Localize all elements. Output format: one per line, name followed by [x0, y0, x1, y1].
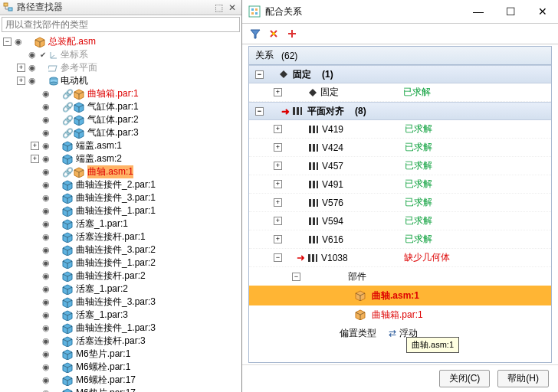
- relation-group-header[interactable]: − 固定 (1): [249, 65, 551, 83]
- tree-row[interactable]: ◉M6螺栓.par:17: [3, 374, 238, 387]
- toggle-icon[interactable]: +: [274, 125, 282, 133]
- toggle-icon[interactable]: −: [255, 107, 264, 116]
- tree-row[interactable]: +◉端盖.asm:2: [3, 152, 238, 165]
- relations-header[interactable]: 关系 (62): [249, 47, 551, 65]
- part-ref-row[interactable]: 曲轴箱.par:1: [249, 305, 551, 324]
- close-button-footer[interactable]: 关闭(C): [439, 370, 491, 387]
- toggle-icon[interactable]: +: [17, 77, 25, 85]
- tree-row[interactable]: ◉M6垫片.par:17: [3, 387, 238, 392]
- tree-row[interactable]: ◉🔗曲轴.asm:1: [3, 165, 238, 178]
- pin-icon[interactable]: ⬚: [212, 2, 225, 14]
- visibility-icon[interactable]: ◉: [41, 180, 51, 190]
- toggle-icon[interactable]: −: [255, 70, 264, 79]
- toggle-icon[interactable]: +: [274, 143, 282, 152]
- tree-row[interactable]: +◉参考平面: [3, 61, 238, 74]
- toggle-icon[interactable]: +: [274, 88, 282, 96]
- visibility-icon[interactable]: ◉: [41, 128, 51, 138]
- relation-item[interactable]: + V576 已求解: [249, 194, 551, 212]
- relation-item[interactable]: + V594 已求解: [249, 212, 551, 230]
- visibility-icon[interactable]: ◉: [27, 63, 38, 73]
- visibility-icon[interactable]: ◉: [41, 167, 51, 177]
- visibility-icon[interactable]: ◉: [41, 388, 51, 392]
- relation-item[interactable]: + 固定 已求解: [249, 83, 551, 102]
- help-button[interactable]: 帮助(H): [497, 370, 549, 387]
- tree-row[interactable]: ◉活塞连接杆.par:3: [3, 335, 238, 348]
- toggle-icon[interactable]: +: [274, 217, 282, 225]
- tree-row[interactable]: ◉曲轴连接件_3.par:2: [3, 243, 238, 256]
- visibility-icon[interactable]: ◉: [41, 375, 51, 385]
- toggle-icon[interactable]: +: [274, 162, 282, 170]
- visibility-icon[interactable]: ◉: [41, 258, 51, 268]
- parts-subheader[interactable]: −部件: [249, 267, 551, 286]
- toggle-icon[interactable]: +: [17, 64, 25, 72]
- maximize-button[interactable]: ☐: [501, 5, 520, 18]
- add-icon[interactable]: [285, 27, 299, 41]
- tree-row[interactable]: +◉端盖.asm:1: [3, 139, 238, 152]
- visibility-icon[interactable]: ◉: [41, 310, 51, 320]
- close-icon[interactable]: ✕: [226, 2, 238, 14]
- search-input[interactable]: [2, 17, 240, 32]
- visibility-icon[interactable]: ◉: [41, 102, 51, 112]
- close-button[interactable]: ✕: [533, 5, 552, 18]
- relation-item[interactable]: + V424 已求解: [249, 139, 551, 157]
- minimize-button[interactable]: —: [469, 5, 487, 18]
- visibility-icon[interactable]: ◉: [41, 271, 51, 281]
- visibility-icon[interactable]: ◉: [41, 245, 51, 255]
- tree-row[interactable]: ◉M6螺栓.par:1: [3, 361, 238, 374]
- tree-row[interactable]: ◉活塞连接杆.par:1: [3, 230, 238, 243]
- visibility-icon[interactable]: ◉: [41, 193, 51, 203]
- toggle-icon[interactable]: +: [274, 198, 282, 207]
- tree-row[interactable]: ◉曲轴连接杆.par:2: [3, 270, 238, 283]
- tree-row[interactable]: ◉🔗气缸体.par:2: [3, 113, 238, 126]
- visibility-icon[interactable]: ◉: [41, 349, 51, 359]
- tree-row[interactable]: ◉曲轴连接件_1.par:1: [3, 204, 238, 217]
- visibility-icon[interactable]: ◉: [27, 50, 38, 60]
- tree-row[interactable]: ◉曲轴连接件_3.par:1: [3, 191, 238, 204]
- visibility-icon[interactable]: ◉: [41, 141, 51, 151]
- visibility-icon[interactable]: ◉: [41, 336, 51, 346]
- tree-row[interactable]: ◉✔坐标系: [3, 48, 238, 61]
- spark-icon[interactable]: [267, 27, 281, 41]
- tree-row[interactable]: ◉活塞_1.par:2: [3, 283, 238, 296]
- visibility-icon[interactable]: ◉: [41, 115, 51, 125]
- relation-item[interactable]: + V616 已求解: [249, 230, 551, 249]
- visibility-icon[interactable]: ◉: [41, 323, 51, 333]
- visibility-icon[interactable]: ◉: [41, 219, 51, 229]
- relation-item[interactable]: + V457 已求解: [249, 157, 551, 175]
- toggle-icon[interactable]: −: [274, 253, 282, 262]
- visibility-icon[interactable]: ◉: [41, 89, 51, 99]
- visibility-icon[interactable]: ◉: [41, 206, 51, 216]
- toggle-icon[interactable]: +: [274, 235, 282, 243]
- assembly-tree[interactable]: −◉总装配.asm◉✔坐标系+◉参考平面+◉电动机◉🔗曲轴箱.par:1◉🔗气缸…: [0, 34, 241, 392]
- tree-row[interactable]: ◉🔗气缸体.par:1: [3, 100, 238, 113]
- tree-row[interactable]: ◉曲轴连接件_1.par:2: [3, 256, 238, 270]
- relation-group-header[interactable]: − ➜ 平面对齐 (8): [249, 102, 551, 120]
- toggle-icon[interactable]: −: [292, 273, 300, 281]
- tree-row[interactable]: ◉🔗气缸体.par:3: [3, 126, 238, 139]
- tree-row[interactable]: ◉活塞_1.par:1: [3, 217, 238, 230]
- visibility-icon[interactable]: ◉: [13, 37, 24, 47]
- tree-row[interactable]: ◉🔗曲轴箱.par:1: [3, 87, 238, 100]
- tree-row[interactable]: ◉活塞_1.par:3: [3, 309, 238, 322]
- toggle-icon[interactable]: +: [31, 155, 39, 163]
- toggle-icon[interactable]: +: [274, 180, 282, 188]
- filter-icon[interactable]: [248, 27, 262, 41]
- tree-row[interactable]: +◉电动机: [3, 74, 238, 87]
- relation-item[interactable]: + V491 已求解: [249, 175, 551, 194]
- relation-item[interactable]: + V419 已求解: [249, 120, 551, 139]
- visibility-icon[interactable]: ◉: [41, 284, 51, 294]
- visibility-icon[interactable]: ◉: [41, 154, 51, 164]
- toggle-icon[interactable]: −: [3, 38, 11, 46]
- tree-row[interactable]: ◉曲轴连接件_1.par:3: [3, 322, 238, 335]
- check-icon[interactable]: ✔: [38, 51, 48, 59]
- tree-row[interactable]: −◉总装配.asm: [3, 35, 238, 48]
- part-ref-row[interactable]: 曲轴.asm:1: [249, 286, 551, 305]
- tree-row[interactable]: ◉曲轴连接件_3.par:3: [3, 296, 238, 309]
- visibility-icon[interactable]: ◉: [41, 297, 51, 307]
- visibility-icon[interactable]: ◉: [27, 76, 38, 86]
- visibility-icon[interactable]: ◉: [41, 232, 51, 242]
- tree-row[interactable]: ◉曲轴连接件_2.par:1: [3, 178, 238, 191]
- relation-item[interactable]: − ➜ V1038 缺少几何体: [249, 249, 551, 267]
- toggle-icon[interactable]: +: [31, 142, 39, 150]
- tree-row[interactable]: ◉M6垫片.par:1: [3, 348, 238, 361]
